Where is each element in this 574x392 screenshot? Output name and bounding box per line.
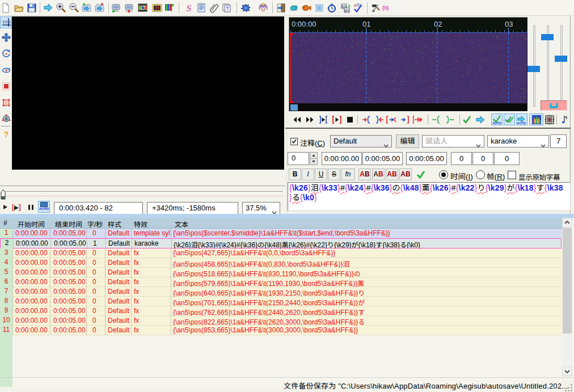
svg-text:10.1: 10.1 xyxy=(2,19,11,24)
svg-text:T: T xyxy=(226,6,229,11)
svg-text:AUTO: AUTO xyxy=(517,121,526,125)
svg-text:A/n: A/n xyxy=(341,5,347,9)
svg-text:AUTO: AUTO xyxy=(492,121,501,125)
svg-text:S: S xyxy=(187,3,192,13)
svg-text:{\t}: {\t} xyxy=(382,6,389,11)
svg-text:?: ? xyxy=(4,130,9,139)
svg-text:a/n: a/n xyxy=(344,9,349,12)
svg-text:8: 8 xyxy=(5,116,8,121)
